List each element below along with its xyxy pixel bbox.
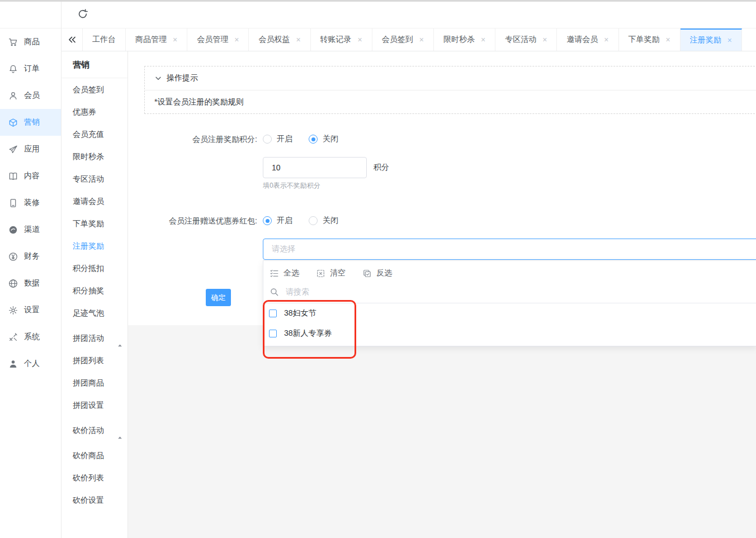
select-placeholder: 请选择 [272, 244, 295, 254]
submenu-item-register-reward[interactable]: 注册奖励 [62, 235, 127, 257]
tab-flash-sale[interactable]: 限时秒杀× [434, 28, 495, 51]
checkbox[interactable] [269, 310, 277, 317]
points-input[interactable] [263, 157, 367, 178]
submenu-item-flash-sale[interactable]: 限时秒杀 [62, 145, 127, 168]
close-icon[interactable]: × [234, 36, 239, 44]
submenu-item-label: 限时秒杀 [73, 152, 104, 161]
close-icon[interactable]: × [666, 36, 670, 44]
primary-sidebar: 商品 订单 会员 营销 应用 内容 装修 渠道 财务 数据 设置 系统 个人 [0, 0, 62, 538]
dropdown-search-input[interactable] [285, 287, 410, 297]
collapse-sidebar-button[interactable] [62, 28, 83, 51]
submenu-item-group-goods[interactable]: 拼团商品 [62, 372, 127, 394]
sidebar-item-orders[interactable]: 订单 [0, 55, 61, 82]
coupon-radio-group: 开启 关闭 [263, 212, 338, 230]
submenu-item-label: 砍价列表 [73, 473, 104, 482]
checkbox[interactable] [269, 330, 277, 337]
close-icon[interactable]: × [481, 36, 485, 44]
sidebar-item-data[interactable]: 数据 [0, 270, 61, 297]
submenu-item-member-checkin[interactable]: 会员签到 [62, 78, 127, 101]
sidebar-item-finance[interactable]: 财务 [0, 243, 61, 270]
submenu-item-order-reward[interactable]: 下单奖励 [62, 212, 127, 235]
submenu-item-zone-activity[interactable]: 专区活动 [62, 168, 127, 190]
points-label: 会员注册奖励积分: [128, 135, 257, 145]
submenu-title: 营销 [62, 51, 127, 78]
paper-plane-icon [8, 144, 18, 154]
close-icon[interactable]: × [296, 36, 300, 44]
sidebar-item-decoration[interactable]: 装修 [0, 189, 61, 216]
tips-header[interactable]: 操作提示 [145, 66, 756, 91]
dropdown-option[interactable]: 38新人专享券 [263, 323, 756, 344]
submenu-nav: 会员签到 优惠券 会员充值 限时秒杀 专区活动 邀请会员 下单奖励 注册奖励 积… [62, 78, 127, 511]
submenu-item-label: 拼团商品 [73, 378, 104, 387]
close-icon[interactable]: × [542, 36, 547, 44]
close-icon[interactable]: × [727, 36, 732, 44]
tab-register-reward[interactable]: 注册奖励× [681, 28, 742, 51]
coupon-radio-1[interactable]: 关闭 [309, 216, 338, 226]
tab-label: 限时秒杀 [443, 35, 475, 45]
points-radio-1[interactable]: 关闭 [309, 134, 338, 144]
submenu-item-label: 砍价活动 [73, 426, 104, 435]
close-icon[interactable]: × [173, 36, 177, 44]
sidebar-item-goods[interactable]: 商品 [0, 28, 61, 55]
tab-order-reward[interactable]: 下单奖励× [619, 28, 681, 51]
close-icon[interactable]: × [419, 36, 424, 44]
sidebar-item-members[interactable]: 会员 [0, 82, 61, 109]
tab-label: 工作台 [92, 35, 116, 45]
dropdown-option[interactable]: 38妇女节 [263, 303, 756, 323]
submenu-item-bargain-list[interactable]: 砍价列表 [62, 466, 127, 489]
submenu-item-points-lottery[interactable]: 积分抽奖 [62, 279, 127, 302]
close-icon[interactable]: × [358, 36, 362, 44]
sidebar-item-channels[interactable]: 渠道 [0, 216, 61, 243]
sidebar-item-settings[interactable]: 设置 [0, 297, 61, 323]
confirm-button[interactable]: 确定 [206, 289, 231, 306]
tab-workbench[interactable]: 工作台 [83, 28, 126, 51]
sidebar-item-content[interactable]: 内容 [0, 163, 61, 189]
tab-invite-member[interactable]: 邀请会员× [557, 28, 618, 51]
submenu-item-bargain-goods[interactable]: 砍价商品 [62, 444, 127, 466]
submenu-item-group-settings[interactable]: 拼团设置 [62, 394, 127, 416]
radio-dot [309, 135, 318, 144]
tips-body: *设置会员注册的奖励规则 [145, 91, 756, 113]
chevron-down-icon [154, 74, 162, 82]
submenu-item-label: 邀请会员 [73, 197, 104, 206]
submenu-item-group-list[interactable]: 拼团列表 [62, 349, 127, 372]
submenu-item-coupons[interactable]: 优惠券 [62, 101, 127, 123]
submenu-item-bargain-activity[interactable]: 砍价活动 [62, 419, 127, 441]
radio-dot [263, 135, 272, 144]
sidebar-item-label: 装修 [24, 198, 40, 208]
coupon-select[interactable]: 请选择 [263, 239, 756, 260]
coupon-radio-0[interactable]: 开启 [263, 216, 292, 226]
submenu-item-invite-member[interactable]: 邀请会员 [62, 190, 127, 212]
close-icon[interactable]: × [604, 36, 608, 44]
dropdown-action-select-all[interactable]: 全选 [270, 268, 299, 278]
points-radio-0[interactable]: 开启 [263, 134, 292, 144]
tab-member-rights[interactable]: 会员权益× [249, 28, 310, 51]
submenu-item-bargain-settings[interactable]: 砍价设置 [62, 489, 127, 511]
sidebar-item-system[interactable]: 系统 [0, 323, 61, 350]
dropdown-action-clear-all[interactable]: 清空 [316, 268, 346, 278]
tab-goods-manage[interactable]: 商品管理× [126, 28, 187, 51]
submenu-item-member-recharge[interactable]: 会员充值 [62, 123, 127, 145]
coupon-dropdown: 全选 清空 反选 38妇女节 38新人专享券 [263, 260, 756, 346]
tab-zone-activity[interactable]: 专区活动× [495, 28, 557, 51]
tab-member-checkin[interactable]: 会员签到× [372, 28, 434, 51]
submenu-item-footprint-bubble[interactable]: 足迹气泡 [62, 302, 127, 324]
tab-member-manage[interactable]: 会员管理× [187, 28, 249, 51]
submenu-item-group-activity[interactable]: 拼团活动 [62, 327, 127, 349]
dropdown-action-invert[interactable]: 反选 [362, 268, 392, 278]
refresh-button[interactable] [77, 8, 89, 21]
tab-transfer-records[interactable]: 转账记录× [311, 28, 372, 51]
cube-icon [8, 117, 18, 127]
submenu-item-label: 砍价设置 [73, 496, 104, 504]
sidebar-item-profile[interactable]: 个人 [0, 350, 61, 377]
gear-icon [8, 305, 18, 315]
tools-icon [8, 332, 18, 342]
sidebar-item-apps[interactable]: 应用 [0, 136, 61, 163]
submenu-item-label: 专区活动 [73, 174, 104, 183]
sidebar-item-marketing[interactable]: 营销 [0, 109, 61, 136]
radio-label: 关闭 [323, 216, 338, 226]
radio-dot [309, 216, 318, 225]
checklist-icon [270, 269, 279, 278]
submenu-item-points-deduction[interactable]: 积分抵扣 [62, 257, 127, 279]
dropdown-option-label: 38妇女节 [284, 308, 316, 318]
